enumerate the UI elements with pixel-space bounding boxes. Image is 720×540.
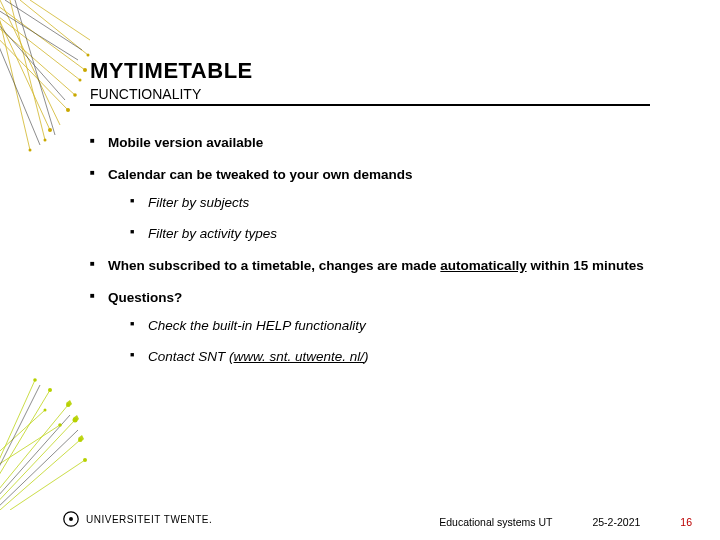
b3-bold: automatically	[440, 258, 526, 273]
svg-point-16	[79, 79, 82, 82]
svg-point-19	[48, 128, 52, 132]
subbullet-contact: Contact SNT (www. snt. utwente. nl/)	[130, 348, 680, 366]
slide-subtitle: FUNCTIONALITY	[90, 86, 650, 106]
svg-line-10	[0, 5, 78, 60]
subbullet-help: Check the built-in HELP functionality	[130, 317, 680, 335]
svg-line-32	[0, 430, 78, 510]
svg-line-7	[0, 0, 30, 150]
svg-line-11	[0, 15, 65, 100]
svg-point-35	[66, 403, 70, 407]
bullet-mobile: Mobile version available	[90, 134, 680, 152]
svg-line-12	[0, 25, 40, 145]
footer-label: Educational systems UT	[439, 516, 552, 528]
footer-date: 25-2-2021	[592, 516, 640, 528]
svg-line-29	[0, 425, 60, 470]
svg-line-3	[0, 30, 68, 110]
svg-line-14	[15, 0, 55, 135]
footer-right: Educational systems UT 25-2-2021 16	[439, 516, 692, 528]
svg-point-40	[58, 423, 62, 427]
university-logo: UNIVERSITEIT TWENTE.	[62, 510, 212, 528]
page-number: 16	[680, 516, 692, 528]
svg-point-41	[44, 409, 47, 412]
subbullet-filter-subjects: Filter by subjects	[130, 194, 680, 212]
svg-line-13	[5, 0, 82, 50]
slide-content: MYTIMETABLE FUNCTIONALITY Mobile version…	[90, 58, 680, 380]
svg-point-37	[33, 378, 37, 382]
b3-pre: When subscribed to a timetable, changes …	[108, 258, 440, 273]
svg-line-23	[0, 420, 75, 510]
bullet-list: Mobile version available Calendar can be…	[90, 134, 680, 366]
contact-pre: Contact SNT (	[148, 349, 234, 364]
bullet-calendar-text: Calendar can be tweaked to your own dema…	[108, 167, 413, 182]
svg-point-39	[83, 458, 87, 462]
sublist-calendar: Filter by subjects Filter by activity ty…	[130, 194, 680, 242]
svg-point-15	[83, 68, 87, 72]
svg-point-20	[44, 139, 47, 142]
subbullet-filter-activity: Filter by activity types	[130, 225, 680, 243]
bullet-calendar: Calendar can be tweaked to your own dema…	[90, 166, 680, 243]
svg-line-31	[0, 415, 70, 505]
svg-point-22	[29, 149, 32, 152]
svg-line-30	[0, 410, 45, 460]
svg-point-18	[66, 108, 70, 112]
logo-text: UNIVERSITEIT TWENTE.	[86, 514, 212, 525]
slide-title: MYTIMETABLE	[90, 58, 680, 84]
contact-link[interactable]: www. snt. utwente. nl/	[234, 349, 365, 364]
svg-line-26	[0, 380, 35, 480]
svg-line-1	[0, 10, 80, 80]
svg-line-2	[0, 20, 75, 95]
svg-line-9	[30, 0, 90, 40]
bullet-subscribed: When subscribed to a timetable, changes …	[90, 257, 680, 275]
svg-line-28	[10, 460, 85, 510]
logo-mark-icon	[62, 510, 80, 528]
sublist-questions: Check the built-in HELP functionality Co…	[130, 317, 680, 365]
svg-line-27	[0, 440, 80, 510]
bullet-questions: Questions? Check the built-in HELP funct…	[90, 289, 680, 366]
svg-point-34	[73, 418, 78, 423]
bullet-questions-text: Questions?	[108, 290, 182, 305]
svg-point-17	[73, 93, 77, 97]
svg-line-6	[10, 0, 45, 140]
svg-point-38	[78, 438, 82, 442]
b3-post: within 15 minutes	[527, 258, 644, 273]
svg-line-8	[20, 0, 88, 55]
svg-line-4	[0, 0, 50, 130]
svg-line-25	[0, 390, 50, 490]
svg-point-36	[48, 388, 52, 392]
svg-point-43	[69, 517, 73, 521]
svg-point-21	[87, 54, 90, 57]
svg-line-0	[0, 0, 85, 70]
svg-line-33	[0, 385, 40, 485]
svg-line-24	[0, 405, 68, 500]
svg-line-5	[0, 0, 60, 125]
contact-post: )	[364, 349, 369, 364]
decoration-bottom	[0, 370, 100, 510]
decoration-top	[0, 0, 100, 160]
